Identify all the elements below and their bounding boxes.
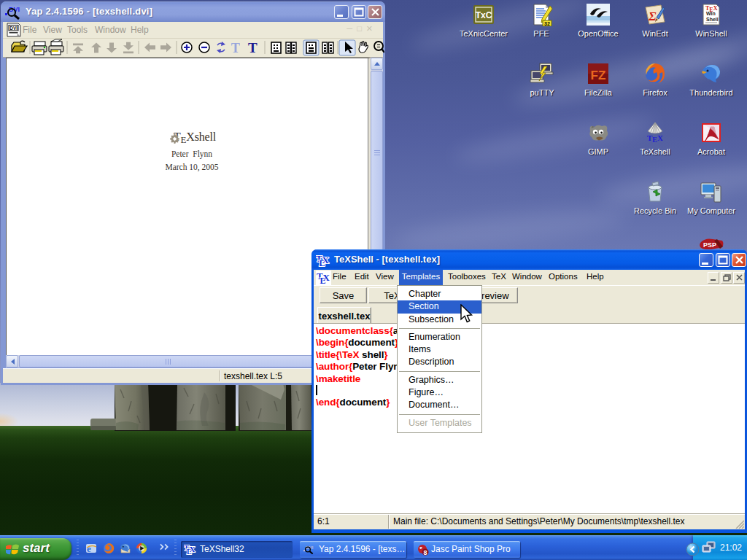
svg-text:X: X bbox=[190, 545, 196, 553]
svg-text:T: T bbox=[231, 41, 240, 55]
svg-text:X: X bbox=[323, 272, 330, 283]
svg-text:TxC: TxC bbox=[476, 10, 492, 20]
svg-text:FZ: FZ bbox=[591, 69, 606, 82]
svg-text:DVI: DVI bbox=[9, 26, 18, 31]
svg-text:32: 32 bbox=[544, 21, 550, 26]
svg-text:T: T bbox=[248, 40, 258, 55]
svg-text:TEX: TEX bbox=[647, 133, 663, 144]
svg-text:8: 8 bbox=[423, 549, 427, 556]
svg-text:Shell: Shell bbox=[706, 17, 719, 22]
svg-text:e: e bbox=[87, 543, 91, 554]
svg-text:Win: Win bbox=[706, 11, 716, 16]
svg-text:PSP: PSP bbox=[703, 241, 716, 249]
svg-text:X: X bbox=[322, 254, 330, 265]
